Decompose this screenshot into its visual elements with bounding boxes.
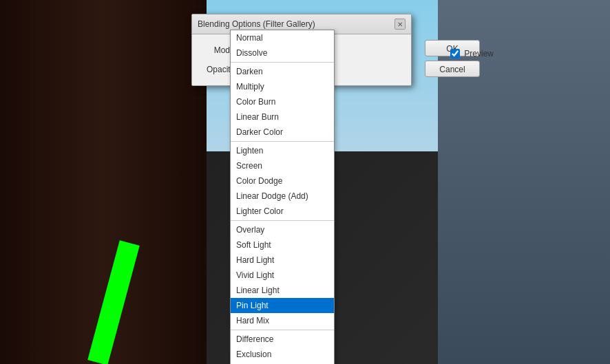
dropdown-item-dissolve[interactable]: Dissolve: [231, 45, 334, 61]
divider-1: [231, 62, 334, 63]
dropdown-item-lighten[interactable]: Lighten: [231, 143, 334, 158]
dropdown-item-difference[interactable]: Difference: [231, 332, 334, 347]
dropdown-item-hard-light[interactable]: Hard Light: [231, 253, 334, 268]
dialog-title: Blending Options (Filter Gallery): [198, 19, 315, 29]
dropdown-item-linear-light[interactable]: Linear Light: [231, 283, 334, 298]
dialog-buttons: OK Cancel: [425, 40, 480, 77]
dropdown-item-screen[interactable]: Screen: [231, 158, 334, 173]
preview-row: Preview: [450, 49, 494, 58]
cancel-button[interactable]: Cancel: [425, 61, 480, 77]
dropdown-item-multiply[interactable]: Multiply: [231, 79, 334, 94]
close-button[interactable]: ✕: [395, 19, 406, 30]
dropdown-item-color-dodge[interactable]: Color Dodge: [231, 173, 334, 189]
dropdown-item-exclusion[interactable]: Exclusion: [231, 347, 334, 362]
divider-3: [231, 220, 334, 221]
dropdown-item-hard-mix[interactable]: Hard Mix: [231, 313, 334, 328]
preview-label: Preview: [464, 49, 494, 58]
blend-mode-dropdown[interactable]: Normal Dissolve Darken Multiply Color Bu…: [230, 30, 335, 364]
dialog-content: Mode: Pin Light ▼ OK Cancel Opacity: 100…: [192, 34, 411, 85]
dropdown-item-vivid-light[interactable]: Vivid Light: [231, 268, 334, 283]
dropdown-item-darker-color[interactable]: Darker Color: [231, 125, 334, 140]
dropdown-item-lighter-color[interactable]: Lighter Color: [231, 204, 334, 219]
dropdown-item-color-burn[interactable]: Color Burn: [231, 94, 334, 109]
dropdown-item-soft-light[interactable]: Soft Light: [231, 237, 334, 253]
dropdown-item-normal[interactable]: Normal: [231, 30, 334, 45]
dropdown-item-overlay[interactable]: Overlay: [231, 222, 334, 237]
divider-4: [231, 330, 334, 330]
blending-options-dialog: Blending Options (Filter Gallery) ✕ Mode…: [191, 14, 412, 86]
dropdown-item-linear-dodge[interactable]: Linear Dodge (Add): [231, 189, 334, 204]
dropdown-item-darken[interactable]: Darken: [231, 64, 334, 79]
preview-checkbox[interactable]: [450, 49, 460, 58]
divider-2: [231, 141, 334, 142]
dropdown-item-pin-light[interactable]: Pin Light: [231, 298, 334, 313]
dropdown-item-linear-burn[interactable]: Linear Burn: [231, 109, 334, 125]
